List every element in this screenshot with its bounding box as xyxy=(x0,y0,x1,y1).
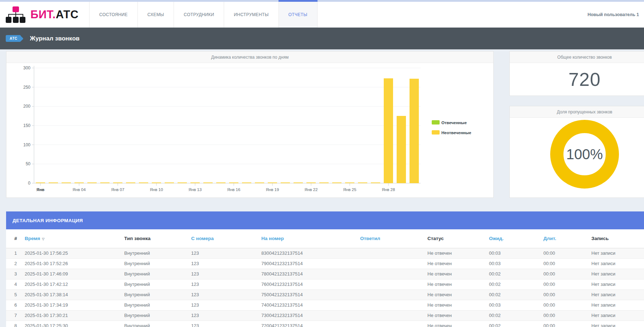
total-calls-panel: Общее количество звонков 720 xyxy=(509,51,644,96)
table-cell: Не отвечен xyxy=(427,279,489,289)
table-cell xyxy=(360,269,427,279)
svg-text:150: 150 xyxy=(23,123,30,128)
column-header[interactable]: На номер xyxy=(261,229,360,248)
breadcrumb-badge-ats[interactable]: АТС xyxy=(6,35,21,42)
nav-tabs: СОСТОЯНИЕСХЕМЫСОТРУДНИКИИНСТРУМЕНТЫОТЧЕТ… xyxy=(89,2,317,28)
table-cell: Внутренний xyxy=(124,269,191,279)
column-header: Статус xyxy=(427,229,489,248)
table-cell: 2025-01-30 17:42:12 xyxy=(25,279,124,289)
svg-text:Янв 07: Янв 07 xyxy=(111,187,125,192)
legend-item[interactable]: Неотвеченные xyxy=(432,130,471,135)
table-cell xyxy=(360,300,427,310)
column-header[interactable]: Ожид. xyxy=(489,229,543,248)
calls-by-day-chart: 050100150200250300ЯнвЯнв 04Янв 07Янв 10Я… xyxy=(6,63,493,197)
table-row[interactable]: 82025-01-30 17:25:30Внутренний1237200421… xyxy=(6,321,644,327)
table-cell: Не отвечен xyxy=(427,300,489,310)
table-cell: Не отвечен xyxy=(427,289,489,300)
tab-otchety[interactable]: ОТЧЕТЫ xyxy=(279,2,318,28)
table-cell: 6 xyxy=(6,300,25,310)
table-cell: 7600421232137514 xyxy=(261,279,360,289)
table-cell: Внутренний xyxy=(124,321,191,327)
table-cell: 00:00 xyxy=(543,269,591,279)
table-cell: Внутренний xyxy=(124,279,191,289)
table-cell: 7300421232137514 xyxy=(261,310,360,321)
table-cell: Не отвечен xyxy=(427,310,489,321)
table-cell: 00:02 xyxy=(489,269,543,279)
tab-sostoyanie[interactable]: СОСТОЯНИЕ xyxy=(89,2,137,28)
table-row[interactable]: 42025-01-30 17:42:12Внутренний1237600421… xyxy=(6,279,644,289)
table-cell: Не отвечен xyxy=(427,321,489,327)
svg-text:Янв 16: Янв 16 xyxy=(227,187,241,192)
svg-text:100: 100 xyxy=(23,142,30,147)
table-cell: Нет записи xyxy=(591,269,644,279)
calls-by-day-panel: Динамика количества звонков по дням 0501… xyxy=(6,51,494,198)
table-cell: Нет записи xyxy=(591,310,644,321)
table-cell: 00:02 xyxy=(489,310,543,321)
tab-instrumenty[interactable]: ИНСТРУМЕНТЫ xyxy=(224,2,278,28)
table-cell: 7200421232137514 xyxy=(261,321,360,327)
table-cell: Нет записи xyxy=(591,248,644,258)
detail-section: ДЕТАЛЬНАЯ ИНФОРМАЦИЯ #Время▽Тип звонкаС … xyxy=(6,211,644,327)
table-row[interactable]: 72025-01-30 17:30:21Внутренний1237300421… xyxy=(6,310,644,321)
table-cell: 00:00 xyxy=(543,310,591,321)
table-cell xyxy=(360,258,427,269)
table-cell: 00:02 xyxy=(489,279,543,289)
table-cell: 00:00 xyxy=(543,258,591,269)
table-cell: 00:00 xyxy=(543,300,591,310)
table-cell xyxy=(360,321,427,327)
table-row[interactable]: 22025-01-30 17:52:26Внутренний1237900421… xyxy=(6,258,644,269)
content-area: Динамика количества звонков по дням 0501… xyxy=(0,49,644,327)
svg-text:Отвеченные: Отвеченные xyxy=(441,121,467,125)
table-cell: Нет записи xyxy=(591,258,644,269)
table-cell: 123 xyxy=(191,321,261,327)
table-row[interactable]: 32025-01-30 17:46:09Внутренний1237800421… xyxy=(6,269,644,279)
table-cell: 7400421232137514 xyxy=(261,300,360,310)
table-cell: 123 xyxy=(191,248,261,258)
table-cell: 5 xyxy=(6,289,25,300)
table-cell: 00:03 xyxy=(489,300,543,310)
column-header: Тип звонка xyxy=(124,229,191,248)
table-cell: 00:02 xyxy=(489,321,543,327)
svg-text:Янв 10: Янв 10 xyxy=(150,187,163,192)
table-cell: 2 xyxy=(6,258,25,269)
table-cell: 00:02 xyxy=(489,289,543,300)
user-menu[interactable]: Новый пользователь 1 xyxy=(587,2,644,28)
column-header[interactable]: Время▽ xyxy=(25,229,124,248)
legend-item[interactable]: Отвеченные xyxy=(432,120,467,125)
table-cell xyxy=(360,310,427,321)
column-header[interactable]: Ответил xyxy=(360,229,427,248)
column-header: # xyxy=(6,229,25,248)
svg-text:Янв 19: Янв 19 xyxy=(266,187,279,192)
table-cell: 7900421232137514 xyxy=(261,258,360,269)
svg-text:250: 250 xyxy=(23,85,30,90)
calls-table: #Время▽Тип звонкаС номераНа номерОтветил… xyxy=(6,229,644,327)
org-chart-icon xyxy=(6,6,25,23)
chart-title: Динамика количества звонков по дням xyxy=(6,52,493,63)
table-cell: 123 xyxy=(191,269,261,279)
total-calls-title: Общее количество звонков xyxy=(510,52,644,63)
brand-logo[interactable]: БИТ.АТС xyxy=(0,2,89,28)
tab-skhemy[interactable]: СХЕМЫ xyxy=(137,2,174,28)
table-cell: Внутренний xyxy=(124,248,191,258)
table-cell: 00:00 xyxy=(543,248,591,258)
table-cell: 7 xyxy=(6,310,25,321)
table-row[interactable]: 62025-01-30 17:34:19Внутренний1237400421… xyxy=(6,300,644,310)
table-cell: 123 xyxy=(191,279,261,289)
table-row[interactable]: 52025-01-30 17:38:14Внутренний1237500421… xyxy=(6,289,644,300)
table-cell: 00:03 xyxy=(489,258,543,269)
table-cell: Нет записи xyxy=(591,321,644,327)
table-cell: 00:03 xyxy=(489,248,543,258)
missed-share-value: 100% xyxy=(566,146,603,162)
sort-icon[interactable]: ▽ xyxy=(42,237,44,241)
table-cell: 123 xyxy=(191,258,261,269)
svg-text:Янв 13: Янв 13 xyxy=(189,187,202,192)
table-cell: 00:00 xyxy=(543,321,591,327)
column-header[interactable]: Длит. xyxy=(543,229,591,248)
column-header[interactable]: С номера xyxy=(191,229,261,248)
svg-text:Янв 28: Янв 28 xyxy=(382,187,395,192)
tab-sotrudniki[interactable]: СОТРУДНИКИ xyxy=(174,2,224,28)
table-cell: Внутренний xyxy=(124,258,191,269)
table-row[interactable]: 12025-01-30 17:56:25Внутренний1238300421… xyxy=(6,248,644,258)
table-cell: Нет записи xyxy=(591,300,644,310)
table-cell: Внутренний xyxy=(124,310,191,321)
